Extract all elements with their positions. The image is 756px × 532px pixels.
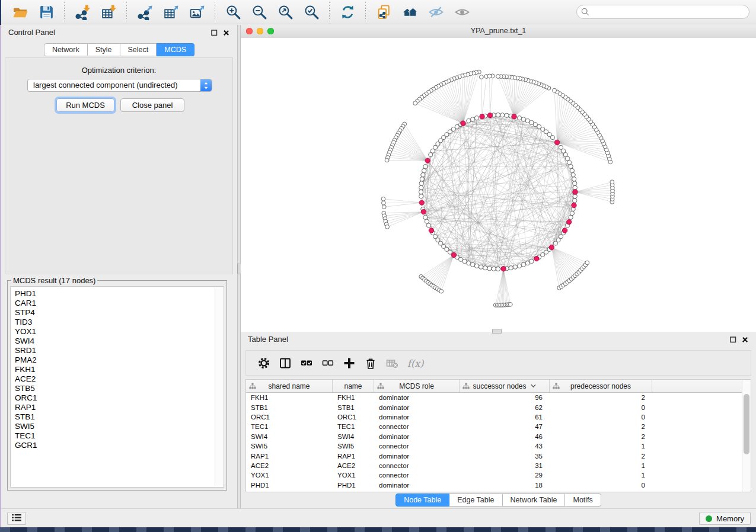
tree-icon <box>462 383 470 389</box>
tab-motifs[interactable]: Motifs <box>565 493 601 507</box>
save-session-button[interactable] <box>35 1 58 23</box>
column-header-successor-nodes[interactable]: successor nodes <box>460 380 550 392</box>
horizontal-splitter-handle[interactable] <box>492 329 502 334</box>
table-row[interactable]: TEC1TEC1connector472 <box>246 422 751 431</box>
column-header-shared-name[interactable]: shared name <box>246 380 333 392</box>
delete-column-button[interactable] <box>364 357 377 370</box>
list-item[interactable]: PHD1 <box>11 289 224 299</box>
table-cell: dominator <box>374 433 460 440</box>
zoom-window-icon[interactable] <box>267 28 274 34</box>
table-row[interactable]: SWI4SWI4dominator462 <box>246 432 751 441</box>
function-builder-button[interactable]: f(x) <box>407 357 428 370</box>
run-mcds-button[interactable]: Run MCDS <box>56 98 114 112</box>
open-file-button[interactable] <box>9 1 31 23</box>
zoom-selected-button[interactable] <box>300 1 323 23</box>
delete-table-button[interactable] <box>385 357 398 370</box>
tab-edge-table[interactable]: Edge Table <box>449 493 502 507</box>
table-cell: 0 <box>550 482 652 489</box>
zoom-in-button[interactable] <box>222 1 244 23</box>
table-body: FKH1FKH1dominator962STB1STB1dominator620… <box>246 393 751 490</box>
mcds-result-list: PHD1CAR1STP4TID3YOX1SWI4SRD1PMA2FKH1ACE2… <box>10 286 224 488</box>
table-row[interactable]: PHD1PHD1dominator180 <box>246 480 751 490</box>
zoom-fit-button[interactable] <box>274 1 296 23</box>
table-cell: 2 <box>550 453 652 460</box>
table-scrollbar[interactable] <box>742 380 751 492</box>
table-row[interactable]: RAP1RAP1dominator352 <box>246 451 751 460</box>
zoom-out-button[interactable] <box>248 1 270 23</box>
list-item[interactable]: SWI4 <box>11 336 224 346</box>
list-item[interactable]: SRD1 <box>11 346 224 355</box>
list-item[interactable]: GCR1 <box>11 441 224 450</box>
column-header-MCDS-role[interactable]: MCDS role <box>374 380 460 392</box>
tab-select[interactable]: Select <box>120 43 157 56</box>
add-column-button[interactable] <box>343 357 356 370</box>
export-table-button[interactable] <box>160 1 182 23</box>
gear-icon <box>257 357 270 370</box>
control-panel-tabs: NetworkStyleSelectMCDS <box>1 43 237 56</box>
show-all-button[interactable] <box>451 1 473 23</box>
table-row[interactable]: STB1STB1dominator620 <box>246 402 751 412</box>
close-panel-button[interactable]: Close panel <box>120 98 184 112</box>
tab-mcds[interactable]: MCDS <box>157 43 194 56</box>
list-item[interactable]: FKH1 <box>11 365 224 374</box>
table-cell: 29 <box>460 472 550 479</box>
tab-style[interactable]: Style <box>88 43 120 56</box>
optimization-criterion-select[interactable]: largest connected component (undirected) <box>27 79 212 92</box>
network-canvas-svg <box>241 38 756 332</box>
task-history-button[interactable] <box>7 512 26 525</box>
list-item[interactable]: RAP1 <box>11 403 224 412</box>
column-header-name[interactable]: name <box>333 380 374 392</box>
mcds-list-scrollbar[interactable] <box>215 287 223 486</box>
list-item[interactable]: TID3 <box>11 318 224 327</box>
table-tabs: Node TableEdge TableNetwork TableMotifs <box>241 493 756 507</box>
table-cell: 61 <box>460 414 550 421</box>
list-item[interactable]: ACE2 <box>11 374 224 384</box>
column-selector-button[interactable] <box>279 357 292 370</box>
float-icon[interactable] <box>211 29 218 36</box>
memory-button[interactable]: Memory <box>699 512 751 525</box>
list-item[interactable]: PMA2 <box>11 355 224 365</box>
list-item[interactable]: STB5 <box>11 384 224 393</box>
table-cell: FKH1 <box>333 394 374 401</box>
float-icon[interactable] <box>730 336 737 343</box>
hide-selected-button[interactable] <box>425 1 447 23</box>
close-icon[interactable] <box>223 29 230 36</box>
apply-layout-button[interactable] <box>336 1 359 23</box>
duplicate-network-button[interactable] <box>372 1 395 23</box>
table-cell: 96 <box>460 394 550 401</box>
list-item[interactable]: CAR1 <box>11 299 224 308</box>
list-item[interactable]: SWI5 <box>11 422 224 431</box>
table-row[interactable]: ORC1ORC1dominator610 <box>246 412 751 422</box>
table-cell: TEC1 <box>333 423 374 430</box>
import-network-button[interactable] <box>71 1 94 23</box>
close-icon[interactable] <box>742 336 749 343</box>
table-scrollbar-thumb[interactable] <box>744 394 749 454</box>
clear-selection-button[interactable] <box>321 357 334 370</box>
export-image-button[interactable] <box>186 1 208 23</box>
search-input[interactable] <box>576 5 749 19</box>
list-item[interactable]: YOX1 <box>11 327 224 336</box>
table-row[interactable]: FKH1FKH1dominator962 <box>246 393 751 402</box>
table-cell: ACE2 <box>246 462 333 469</box>
network-canvas[interactable] <box>241 38 756 332</box>
list-item[interactable]: ORC1 <box>11 393 224 403</box>
minimize-window-icon[interactable] <box>257 28 263 34</box>
first-neighbors-button[interactable] <box>398 1 421 23</box>
table-cell: connector <box>374 462 460 469</box>
tab-network[interactable]: Network <box>44 43 88 56</box>
network-window: YPA_prune.txt_1 <box>241 25 756 332</box>
gear-button[interactable] <box>257 357 270 370</box>
export-network-button[interactable] <box>133 1 156 23</box>
table-row[interactable]: ACE2ACE2connector311 <box>246 461 751 470</box>
import-table-button[interactable] <box>97 1 120 23</box>
table-row[interactable]: YOX1YOX1connector291 <box>246 470 751 480</box>
column-header-predecessor-nodes[interactable]: predecessor nodes <box>550 380 652 392</box>
select-all-button[interactable] <box>300 357 313 370</box>
list-item[interactable]: TEC1 <box>11 431 224 441</box>
tab-node-table[interactable]: Node Table <box>395 493 449 507</box>
table-row[interactable]: SWI5SWI5connector431 <box>246 441 751 451</box>
tab-network-table[interactable]: Network Table <box>503 493 566 507</box>
list-item[interactable]: STP4 <box>11 308 224 318</box>
close-window-icon[interactable] <box>246 28 253 34</box>
list-item[interactable]: STB1 <box>11 412 224 422</box>
